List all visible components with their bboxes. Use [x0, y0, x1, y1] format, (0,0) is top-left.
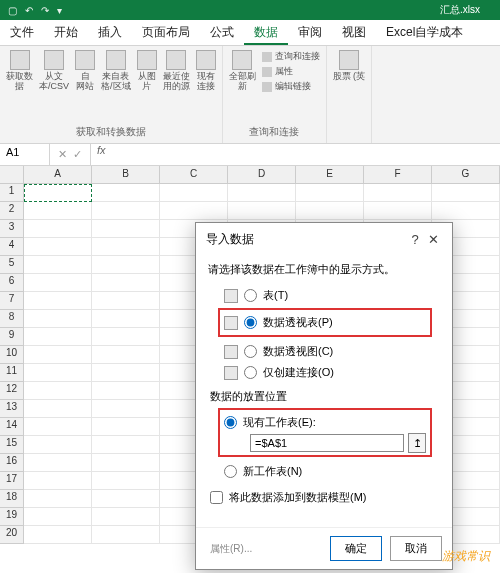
- cell-B4[interactable]: [92, 238, 160, 256]
- cell-B2[interactable]: [92, 202, 160, 220]
- cell-A15[interactable]: [24, 436, 92, 454]
- cell-B17[interactable]: [92, 472, 160, 490]
- cell-B13[interactable]: [92, 400, 160, 418]
- cell-A8[interactable]: [24, 310, 92, 328]
- cell-F2[interactable]: [364, 202, 432, 220]
- cell-B12[interactable]: [92, 382, 160, 400]
- cell-A2[interactable]: [24, 202, 92, 220]
- ribbon-mini-button[interactable]: 属性: [262, 65, 320, 78]
- tab-7[interactable]: 视图: [332, 20, 376, 45]
- properties-button[interactable]: 属性(R)...: [206, 542, 252, 556]
- cell-E2[interactable]: [296, 202, 364, 220]
- cell-A9[interactable]: [24, 328, 92, 346]
- cell-D1[interactable]: [228, 184, 296, 202]
- ribbon-button[interactable]: 从文 本/CSV: [39, 50, 69, 92]
- cell-A6[interactable]: [24, 274, 92, 292]
- col-header-A[interactable]: A: [24, 166, 92, 183]
- close-icon[interactable]: ✕: [424, 232, 442, 247]
- cell-D2[interactable]: [228, 202, 296, 220]
- cell-B8[interactable]: [92, 310, 160, 328]
- ribbon-mini-button[interactable]: 编辑链接: [262, 80, 320, 93]
- row-header-11[interactable]: 11: [0, 364, 24, 382]
- cell-B19[interactable]: [92, 508, 160, 526]
- col-header-B[interactable]: B: [92, 166, 160, 183]
- row-header-9[interactable]: 9: [0, 328, 24, 346]
- row-header-3[interactable]: 3: [0, 220, 24, 238]
- tab-1[interactable]: 开始: [44, 20, 88, 45]
- cell-B7[interactable]: [92, 292, 160, 310]
- row-header-18[interactable]: 18: [0, 490, 24, 508]
- range-picker-icon[interactable]: ↥: [408, 433, 426, 453]
- cell-A10[interactable]: [24, 346, 92, 364]
- add-to-data-model-checkbox[interactable]: 将此数据添加到数据模型(M): [208, 482, 440, 517]
- stocks-button[interactable]: 股票 (英: [333, 50, 366, 82]
- row-header-1[interactable]: 1: [0, 184, 24, 202]
- cell-A7[interactable]: [24, 292, 92, 310]
- qat-dropdown-icon[interactable]: ▾: [57, 5, 62, 16]
- cell-G2[interactable]: [432, 202, 500, 220]
- ribbon-mini-button[interactable]: 查询和连接: [262, 50, 320, 63]
- row-header-2[interactable]: 2: [0, 202, 24, 220]
- cell-E1[interactable]: [296, 184, 364, 202]
- tab-3[interactable]: 页面布局: [132, 20, 200, 45]
- row-header-12[interactable]: 12: [0, 382, 24, 400]
- row-header-14[interactable]: 14: [0, 418, 24, 436]
- select-all-corner[interactable]: [0, 166, 24, 183]
- row-header-13[interactable]: 13: [0, 400, 24, 418]
- ribbon-button[interactable]: 获取数 据: [6, 50, 33, 92]
- cell-A4[interactable]: [24, 238, 92, 256]
- fx-icon[interactable]: fx: [91, 144, 112, 165]
- help-icon[interactable]: ?: [406, 232, 424, 247]
- cell-B5[interactable]: [92, 256, 160, 274]
- cell-B14[interactable]: [92, 418, 160, 436]
- cell-F1[interactable]: [364, 184, 432, 202]
- cell-B18[interactable]: [92, 490, 160, 508]
- option-table[interactable]: 表(T): [208, 285, 440, 306]
- cell-A16[interactable]: [24, 454, 92, 472]
- row-header-15[interactable]: 15: [0, 436, 24, 454]
- cell-A17[interactable]: [24, 472, 92, 490]
- tab-0[interactable]: 文件: [0, 20, 44, 45]
- cell-A11[interactable]: [24, 364, 92, 382]
- cell-B10[interactable]: [92, 346, 160, 364]
- option-new-sheet[interactable]: 新工作表(N): [208, 461, 440, 482]
- tab-5[interactable]: 数据: [244, 20, 288, 45]
- row-header-19[interactable]: 19: [0, 508, 24, 526]
- col-header-G[interactable]: G: [432, 166, 500, 183]
- undo-icon[interactable]: ↶: [25, 5, 33, 16]
- tab-4[interactable]: 公式: [200, 20, 244, 45]
- option-pivot-chart[interactable]: 数据透视图(C): [208, 341, 440, 362]
- cell-B6[interactable]: [92, 274, 160, 292]
- save-icon[interactable]: ▢: [8, 5, 17, 16]
- cell-B1[interactable]: [92, 184, 160, 202]
- cell-A18[interactable]: [24, 490, 92, 508]
- tab-2[interactable]: 插入: [88, 20, 132, 45]
- ok-button[interactable]: 确定: [330, 536, 382, 561]
- cell-B20[interactable]: [92, 526, 160, 544]
- tab-8[interactable]: Excel自学成本: [376, 20, 473, 45]
- ribbon-button[interactable]: 最近使 用的源: [163, 50, 190, 92]
- cell-A19[interactable]: [24, 508, 92, 526]
- cell-A14[interactable]: [24, 418, 92, 436]
- row-header-4[interactable]: 4: [0, 238, 24, 256]
- ribbon-button[interactable]: 自 网站: [75, 50, 95, 92]
- location-input[interactable]: [250, 434, 404, 452]
- row-header-8[interactable]: 8: [0, 310, 24, 328]
- redo-icon[interactable]: ↷: [41, 5, 49, 16]
- option-connection-only[interactable]: 仅创建连接(O): [208, 362, 440, 383]
- option-existing-sheet[interactable]: 现有工作表(E):: [224, 412, 426, 433]
- col-header-F[interactable]: F: [364, 166, 432, 183]
- cell-B3[interactable]: [92, 220, 160, 238]
- col-header-D[interactable]: D: [228, 166, 296, 183]
- cell-A20[interactable]: [24, 526, 92, 544]
- col-header-C[interactable]: C: [160, 166, 228, 183]
- row-header-20[interactable]: 20: [0, 526, 24, 544]
- cell-B9[interactable]: [92, 328, 160, 346]
- row-header-7[interactable]: 7: [0, 292, 24, 310]
- cell-C2[interactable]: [160, 202, 228, 220]
- row-header-5[interactable]: 5: [0, 256, 24, 274]
- col-header-E[interactable]: E: [296, 166, 364, 183]
- refresh-all-button[interactable]: 全部刷 新: [229, 50, 256, 92]
- cancel-button[interactable]: 取消: [390, 536, 442, 561]
- row-header-17[interactable]: 17: [0, 472, 24, 490]
